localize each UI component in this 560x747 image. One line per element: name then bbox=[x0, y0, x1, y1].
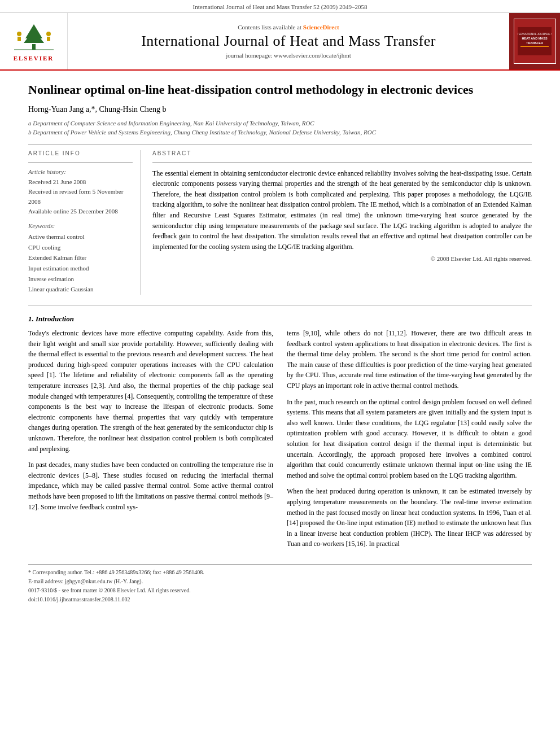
body-col1-p1: Today's electronic devices have more eff… bbox=[28, 328, 273, 454]
info-abstract-section: ARTICLE INFO Article history: Received 2… bbox=[28, 150, 532, 295]
affiliation-a: a Department of Computer Science and Inf… bbox=[28, 119, 532, 128]
svg-rect-6 bbox=[47, 37, 50, 41]
svg-rect-4 bbox=[18, 37, 21, 41]
copyright-line: © 2008 Elsevier Ltd. All rights reserved… bbox=[152, 255, 532, 262]
body-col-left: Today's electronic devices have more eff… bbox=[28, 328, 273, 555]
body-col-right: tems [9,10], while others do not [11,12]… bbox=[287, 328, 532, 555]
svg-point-5 bbox=[46, 32, 51, 36]
body-two-col: Today's electronic devices have more eff… bbox=[28, 328, 532, 555]
elsevier-logo-box: ELSEVIER bbox=[0, 13, 68, 69]
elsevier-tree-icon bbox=[11, 21, 56, 53]
divider-body bbox=[28, 305, 532, 305]
keyword-2: CPU cooling bbox=[28, 242, 133, 253]
keyword-6: Linear quadratic Gaussian bbox=[28, 284, 133, 295]
footnote-bar: * Corresponding author. Tel.: +886 49 25… bbox=[28, 564, 532, 604]
svg-text:TRANSFER: TRANSFER bbox=[526, 41, 543, 45]
svg-rect-12 bbox=[520, 46, 549, 47]
divider-top bbox=[28, 144, 532, 145]
keyword-5: Inverse estimation bbox=[28, 274, 133, 285]
article-info-label: ARTICLE INFO bbox=[28, 150, 133, 156]
svg-text:INTERNATIONAL JOURNAL OF: INTERNATIONAL JOURNAL OF bbox=[518, 32, 552, 36]
svg-text:HEAT AND MASS: HEAT AND MASS bbox=[522, 37, 548, 40]
elsevier-label: ELSEVIER bbox=[14, 55, 54, 62]
body-col2-p2: In the past, much research on the optima… bbox=[287, 397, 532, 481]
journal-center: Contents lists available at ScienceDirec… bbox=[68, 13, 509, 69]
affiliation-b: b Department of Power Vehicle and System… bbox=[28, 128, 532, 137]
journal-homepage: journal homepage: www.elsevier.com/locat… bbox=[226, 52, 351, 59]
journal-header: ELSEVIER Contents lists available at Sci… bbox=[0, 13, 560, 71]
journal-logo-icon: INTERNATIONAL JOURNAL OF HEAT AND MASS T… bbox=[518, 27, 552, 55]
email-address: E-mail address: jghgyn@nkut.edu.tw (H.-Y… bbox=[28, 577, 532, 586]
received-date: Received 21 June 2008 bbox=[28, 177, 133, 187]
body-col1-p2: In past decades, many studies have been … bbox=[28, 460, 273, 512]
abstract-col: ABSTRACT The essential element in obtain… bbox=[152, 150, 532, 295]
keyword-1: Active thermal control bbox=[28, 231, 133, 242]
journal-title: International Journal of Heat and Mass T… bbox=[141, 33, 436, 50]
divider-abstract bbox=[152, 162, 532, 163]
divider-info bbox=[28, 162, 133, 163]
affiliations: a Department of Computer Science and Inf… bbox=[28, 119, 532, 137]
sciencedirect-prefix: Contents lists available at bbox=[238, 24, 301, 30]
article-info-col: ARTICLE INFO Article history: Received 2… bbox=[28, 150, 141, 295]
citation-text: International Journal of Heat and Mass T… bbox=[193, 3, 368, 10]
svg-point-3 bbox=[17, 32, 21, 36]
journal-logo-box: INTERNATIONAL JOURNAL OF HEAT AND MASS T… bbox=[509, 13, 560, 69]
keyword-4: Input estimation method bbox=[28, 263, 133, 274]
doi-line: doi:10.1016/j.ijheatmasstransfer.2008.11… bbox=[28, 595, 532, 604]
article-title: Nonlinear optimal on-line heat-dissipati… bbox=[28, 82, 532, 98]
body-col2-p1: tems [9,10], while others do not [11,12]… bbox=[287, 328, 532, 391]
corresponding-author: * Corresponding author. Tel.: +886 49 25… bbox=[28, 568, 532, 577]
main-content: Nonlinear optimal on-line heat-dissipati… bbox=[0, 71, 560, 615]
authors-text: Horng-Yuan Jang a,*, Chung-Hsin Cheng b bbox=[28, 105, 167, 113]
abstract-paragraph: The essential element in obtaining semic… bbox=[152, 168, 532, 252]
page: International Journal of Heat and Mass T… bbox=[0, 0, 560, 747]
revised-date: Received in revised form 5 November 2008 bbox=[28, 187, 133, 207]
keyword-list: Active thermal control CPU cooling Exten… bbox=[28, 231, 133, 295]
body-col2-p3: When the heat produced during operation … bbox=[287, 486, 532, 549]
svg-rect-0 bbox=[32, 44, 36, 50]
body-section: 1. Introduction Today's electronic devic… bbox=[28, 314, 532, 555]
citation-bar: International Journal of Heat and Mass T… bbox=[0, 0, 560, 13]
sciencedirect-link[interactable]: ScienceDirect bbox=[303, 24, 339, 30]
abstract-label: ABSTRACT bbox=[152, 150, 532, 156]
authors-line: Horng-Yuan Jang a,*, Chung-Hsin Cheng b bbox=[28, 105, 532, 114]
abstract-text: The essential element in obtaining semic… bbox=[152, 168, 532, 252]
issn-line: 0017-9310/$ - see front matter © 2008 El… bbox=[28, 586, 532, 595]
sciencedirect-line: Contents lists available at ScienceDirec… bbox=[238, 24, 339, 30]
section1-heading: 1. Introduction bbox=[28, 314, 532, 324]
available-date: Available online 25 December 2008 bbox=[28, 207, 133, 217]
article-history-label: Article history: bbox=[28, 168, 133, 175]
journal-logo-inner: INTERNATIONAL JOURNAL OF HEAT AND MASS T… bbox=[514, 19, 556, 64]
keyword-3: Extended Kalman filter bbox=[28, 252, 133, 263]
keywords-label: Keywords: bbox=[28, 222, 133, 229]
